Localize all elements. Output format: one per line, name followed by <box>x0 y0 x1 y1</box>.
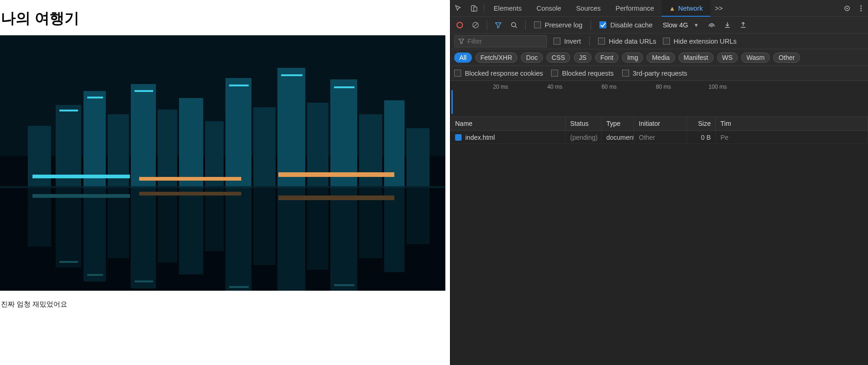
kebab-menu-icon[interactable] <box>854 0 868 17</box>
preserve-log-checkbox[interactable]: Preserve log <box>530 21 586 29</box>
row-status: (pending) <box>566 131 602 143</box>
settings-gear-icon[interactable] <box>840 0 854 17</box>
svg-point-57 <box>846 7 848 9</box>
type-filter-pills: All Fetch/XHR Doc CSS JS Font Img Media … <box>450 49 868 66</box>
page-caption: 진짜 엄청 재밌었어요 <box>0 291 450 309</box>
pill-other[interactable]: Other <box>773 52 800 63</box>
row-name: index.html <box>465 134 495 141</box>
hero-image <box>0 35 445 291</box>
pill-js[interactable]: JS <box>574 52 592 63</box>
tab-elements[interactable]: Elements <box>486 0 529 17</box>
webpage-pane: 나의 여행기 <box>0 0 450 365</box>
pill-fetch-xhr[interactable]: Fetch/XHR <box>476 52 517 63</box>
pill-media[interactable]: Media <box>647 52 675 63</box>
export-har-icon[interactable] <box>737 19 750 32</box>
svg-rect-26 <box>32 175 130 178</box>
table-row[interactable]: index.html (pending) document Other 0 B … <box>450 131 868 144</box>
svg-rect-22 <box>281 74 302 76</box>
col-name[interactable]: Name <box>450 117 566 130</box>
blocked-requests-checkbox[interactable]: Blocked requests <box>551 70 613 77</box>
device-toggle-icon[interactable] <box>466 0 482 17</box>
pill-all[interactable]: All <box>454 52 472 63</box>
document-file-icon <box>455 134 462 141</box>
search-icon[interactable] <box>508 19 521 32</box>
devtools-tabs: Elements Console Sources Performance ▲Ne… <box>450 0 868 17</box>
filter-input[interactable] <box>468 38 543 45</box>
hide-data-urls-checkbox[interactable]: Hide data URLs <box>598 38 656 45</box>
svg-rect-23 <box>334 86 354 88</box>
disable-cache-label: Disable cache <box>610 21 652 29</box>
col-initiator[interactable]: Initiator <box>634 117 687 130</box>
timeline-tick: 40 ms <box>547 84 563 90</box>
disable-cache-checkbox[interactable]: Disable cache <box>596 21 656 29</box>
col-time[interactable]: Tim <box>716 117 868 130</box>
pill-img[interactable]: Img <box>622 52 643 63</box>
devtools-panel: Elements Console Sources Performance ▲Ne… <box>450 0 868 365</box>
clear-button[interactable] <box>469 19 482 32</box>
funnel-icon <box>458 38 464 44</box>
network-table-header: Name Status Type Initiator Size Tim <box>450 117 868 131</box>
row-initiator: Other <box>634 131 687 143</box>
timeline-overview[interactable]: 20 ms 40 ms 60 ms 80 ms 100 ms <box>450 81 868 117</box>
hide-extension-urls-checkbox[interactable]: Hide extension URLs <box>663 38 737 45</box>
svg-rect-12 <box>277 68 305 186</box>
pill-doc[interactable]: Doc <box>521 52 543 63</box>
invert-checkbox[interactable]: Invert <box>553 38 581 45</box>
svg-point-59 <box>861 7 862 9</box>
record-button[interactable] <box>453 19 466 32</box>
svg-point-66 <box>711 26 712 27</box>
filter-bar: Invert Hide data URLs Hide extension URL… <box>450 33 868 49</box>
tab-sources[interactable]: Sources <box>569 0 608 17</box>
pill-font[interactable]: Font <box>595 52 618 63</box>
preserve-log-label: Preserve log <box>545 21 582 29</box>
tab-performance[interactable]: Performance <box>608 0 662 17</box>
throttle-select[interactable]: Slow 4G ▼ <box>659 21 702 29</box>
throttle-label: Slow 4G <box>662 21 688 29</box>
svg-rect-9 <box>205 121 224 186</box>
svg-rect-20 <box>135 90 153 92</box>
filter-toggle-icon[interactable] <box>492 19 505 32</box>
timeline-tick: 60 ms <box>602 84 617 90</box>
chevron-down-icon: ▼ <box>694 22 699 28</box>
pill-manifest[interactable]: Manifest <box>679 52 714 63</box>
pill-wasm[interactable]: Wasm <box>741 52 770 63</box>
pill-css[interactable]: CSS <box>547 52 570 63</box>
svg-rect-3 <box>56 105 81 186</box>
svg-rect-18 <box>59 110 78 111</box>
network-conditions-icon[interactable] <box>705 19 718 32</box>
warning-icon: ▲ <box>669 5 675 12</box>
svg-rect-7 <box>158 110 177 186</box>
svg-point-61 <box>457 22 463 28</box>
svg-rect-10 <box>225 78 251 186</box>
import-har-icon[interactable] <box>721 19 734 32</box>
svg-rect-21 <box>229 85 249 86</box>
network-table-body: index.html (pending) document Other 0 B … <box>450 131 868 365</box>
svg-point-64 <box>512 22 516 26</box>
svg-rect-25 <box>139 177 241 181</box>
timeline-tick: 100 ms <box>708 84 727 90</box>
row-type: document <box>602 131 634 143</box>
blocked-cookies-checkbox[interactable]: Blocked response cookies <box>454 70 543 77</box>
filter-input-wrap[interactable] <box>454 35 547 47</box>
tabs-overflow[interactable]: >> <box>710 5 727 12</box>
svg-line-63 <box>474 23 477 27</box>
svg-rect-4 <box>84 91 106 186</box>
pill-ws[interactable]: WS <box>717 52 738 63</box>
svg-line-65 <box>515 26 517 28</box>
col-type[interactable]: Type <box>602 117 634 130</box>
svg-rect-53 <box>0 186 445 291</box>
svg-point-58 <box>861 5 862 7</box>
col-status[interactable]: Status <box>566 117 602 130</box>
inspect-icon[interactable] <box>450 0 466 17</box>
svg-rect-11 <box>253 107 276 186</box>
third-party-checkbox[interactable]: 3rd-party requests <box>622 70 688 77</box>
page-title: 나의 여행기 <box>0 0 450 35</box>
svg-rect-8 <box>179 98 203 186</box>
svg-rect-17 <box>406 128 430 186</box>
tab-network[interactable]: ▲Network <box>662 0 710 17</box>
row-time: Pe <box>716 131 868 143</box>
col-size[interactable]: Size <box>687 117 716 130</box>
tab-console[interactable]: Console <box>529 0 568 17</box>
svg-point-60 <box>861 10 862 11</box>
timeline-marker <box>451 90 453 114</box>
